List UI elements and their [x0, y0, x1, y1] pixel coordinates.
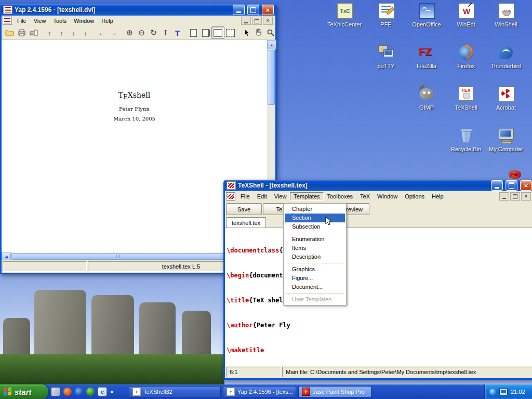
preview-title: TEXshell [2, 91, 267, 99]
taskbar-button-yap[interactable]: Y Yap 2.4.1596 - [texs... [223, 386, 296, 397]
desktop-icon-gimp[interactable]: GIMP [406, 85, 447, 111]
print-page-icon[interactable] [28, 27, 39, 38]
page-down-icon[interactable]: ↓ [68, 27, 79, 38]
thunderbird-quick-icon[interactable] [75, 388, 83, 396]
tray-network-icon[interactable] [489, 389, 496, 395]
desktop-icon-texshell[interactable]: TEX TeXShell [446, 85, 486, 111]
yap-mdi-minimize-button[interactable] [241, 17, 251, 25]
page-up-icon[interactable]: ↑ [56, 27, 68, 38]
texshell-mdi-restore-button[interactable] [510, 192, 520, 201]
yap-close-button[interactable]: × [262, 5, 274, 15]
menu-item-description[interactable]: Description [285, 252, 345, 261]
yap-menu-window[interactable]: Window [70, 17, 98, 25]
texshell-statusbar: 6:1 Main file: C:\Documents and Settings… [225, 366, 532, 378]
main-file-status: Main file: C:\Documents and Settings\Pet… [282, 367, 532, 377]
zoom-out-icon[interactable]: ⊖ [136, 27, 148, 38]
scroll-up-button[interactable]: ▲ [267, 40, 276, 49]
show-desktop-icon[interactable] [51, 387, 60, 396]
texshell-restore-button[interactable] [506, 180, 517, 191]
texniccenter-icon: TxC [336, 2, 353, 20]
menu-item-graphics[interactable]: Graphics... [285, 265, 345, 274]
desktop-icon-recycle-bin[interactable]: Recycle Bin [446, 127, 486, 152]
single-page-view-icon[interactable] [188, 27, 200, 38]
menu-item-enumeration[interactable]: Enumeration [285, 235, 345, 244]
tray-display-icon[interactable] [499, 389, 508, 395]
taskbar-button-texshell32[interactable]: T TeXShell32 [129, 386, 221, 397]
texshell-menu-file[interactable]: File [237, 192, 254, 201]
texshell-minimize-button[interactable] [491, 180, 503, 191]
refresh-icon[interactable]: ↻ [148, 27, 159, 38]
yap-menu-tools[interactable]: Tools [49, 17, 70, 25]
app-quick-icon[interactable] [86, 388, 95, 396]
mouse-cursor [325, 216, 332, 228]
texshell-titlebar[interactable]: TeXShell - [texshell.tex] × [225, 180, 532, 191]
horizontal-scroll-thumb[interactable] [11, 253, 224, 260]
texshell-menu-window[interactable]: Window [374, 192, 401, 201]
yap-menu-help[interactable]: Help [98, 17, 117, 25]
first-page-icon[interactable]: ↑ [44, 27, 56, 38]
yap-menu-file[interactable]: File [14, 17, 30, 25]
print-icon[interactable] [16, 27, 28, 38]
yap-minimize-button[interactable] [233, 5, 245, 15]
desktop-icon-filezilla[interactable]: FZ FileZilla [406, 44, 447, 69]
yap-maximize-button[interactable] [247, 5, 259, 15]
desktop-icon-texniccenter[interactable]: TxC TeXnicCenter [324, 2, 365, 28]
desktop-icon-my-computer[interactable]: My Computer [486, 127, 526, 152]
desktop-icon-winedt[interactable]: W WinEdt [446, 2, 486, 28]
preview-date: March 10, 2005 [2, 116, 267, 122]
menu-item-figure[interactable]: Figure... [285, 274, 345, 283]
open-icon[interactable] [4, 27, 16, 38]
texshell-menu-templates[interactable]: Templates [290, 192, 323, 201]
hand-tool-icon[interactable] [252, 27, 264, 38]
texshell-mdi-minimize-button[interactable] [499, 192, 509, 201]
yap-titlebar[interactable]: Yap 2.4.1596 - [texshell.dvi] × [2, 4, 275, 16]
menu-item-subsection[interactable]: Subsection [285, 222, 345, 231]
editor-area[interactable]: \documentclass{ \begin{document \title{T… [225, 228, 532, 366]
pointer-tool-icon[interactable] [241, 27, 252, 38]
desktop-icon-thunderbird[interactable]: Thunderbird [486, 44, 526, 69]
menu-item-section[interactable]: Section [285, 214, 345, 222]
menu-item-document[interactable]: Document... [285, 283, 345, 291]
desktop-icon-pfe[interactable]: PFE [366, 2, 406, 28]
texshell-close-button[interactable]: × [520, 180, 532, 191]
forward-icon[interactable]: → [108, 27, 119, 38]
desktop-icon-firefox[interactable]: Firefox [446, 44, 486, 69]
zoom-in-icon[interactable]: ⊕ [124, 27, 136, 38]
texshell-menu-help[interactable]: Help [428, 192, 447, 201]
yap-task-icon: Y [227, 388, 235, 396]
taskbar-button-paintshop[interactable]: P Jasc Paint Shop Pro [298, 386, 371, 397]
yap-menu-view[interactable]: View [30, 17, 50, 25]
back-icon[interactable]: ← [96, 27, 108, 38]
desktop-icon-acrobat[interactable]: Acrobat [486, 85, 526, 111]
menu-item-chapter[interactable]: Chapter [285, 205, 345, 214]
gimp-icon [418, 85, 435, 103]
double-page-view-icon[interactable] [200, 27, 211, 38]
texshell-mdi-close-button[interactable]: × [521, 192, 531, 201]
texshell-menu-edit[interactable]: Edit [254, 192, 271, 201]
last-page-icon[interactable]: ↓ [79, 27, 91, 38]
texshell-menu-view[interactable]: View [271, 192, 290, 201]
start-button[interactable]: start [0, 384, 48, 399]
quick-launch-overflow[interactable]: » [110, 388, 114, 395]
firefox-quick-icon[interactable] [63, 388, 72, 396]
desktop-icon-openoffice[interactable]: OpenOffice [406, 2, 447, 28]
save-button[interactable]: Save [226, 203, 262, 215]
desktop-icon-putty[interactable]: puTTY [366, 44, 406, 69]
edit-source-icon[interactable]: I [159, 27, 171, 38]
texshell-menu-tex[interactable]: TeX [356, 192, 374, 201]
grass [0, 354, 224, 384]
full-width-view-icon[interactable] [224, 27, 236, 38]
vertical-scroll-thumb[interactable] [268, 50, 275, 105]
menu-item-user-templates[interactable]: User Templates [285, 295, 345, 304]
magnifier-tool-icon[interactable] [264, 27, 276, 38]
yap-mdi-close-button[interactable]: × [263, 17, 273, 25]
browser-quick-icon[interactable]: e [98, 387, 107, 396]
texshell-menu-options[interactable]: Options [401, 192, 428, 201]
desktop-icon-winshell[interactable]: TeX WinShell [486, 2, 526, 28]
tab-texshell-tex[interactable]: texshell.tex [226, 217, 266, 228]
yap-mdi-restore-button[interactable] [252, 17, 262, 25]
menu-item-items[interactable]: Items [285, 244, 345, 252]
continuous-view-icon[interactable] [211, 26, 224, 39]
text-select-icon[interactable]: T [171, 27, 183, 38]
texshell-menu-toolboxes[interactable]: Toolboxes [324, 192, 357, 201]
